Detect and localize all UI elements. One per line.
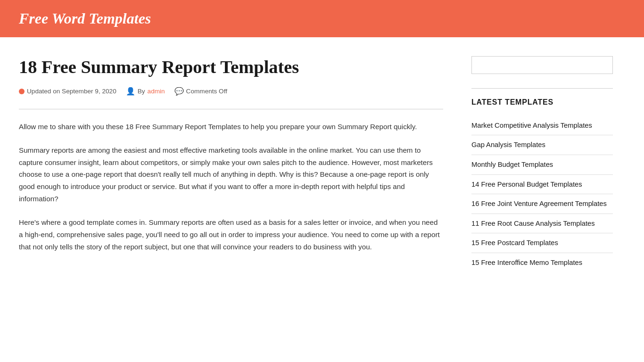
post-meta: Updated on September 9, 2020 👤 By admin … — [19, 85, 443, 98]
sidebar-link-3[interactable]: 14 Free Personal Budget Templates — [471, 175, 613, 195]
sidebar-link-4[interactable]: 16 Free Joint Venture Agreement Template… — [471, 194, 613, 214]
latest-templates-section: LATEST TEMPLATES Market Competitive Anal… — [471, 88, 613, 272]
paragraph-3: Here's where a good template comes in. S… — [19, 216, 443, 253]
sidebar-link-1[interactable]: Gap Analysis Templates — [471, 135, 613, 155]
person-icon: 👤 — [126, 85, 135, 98]
comments-label: Comments Off — [186, 86, 227, 97]
sidebar: LATEST TEMPLATES Market Competitive Anal… — [471, 56, 613, 272]
meta-date: Updated on September 9, 2020 — [19, 86, 116, 97]
sidebar-link-2[interactable]: Monthly Budget Templates — [471, 155, 613, 175]
meta-author: 👤 By admin — [126, 85, 165, 98]
sidebar-link-6[interactable]: 15 Free Postcard Templates — [471, 233, 613, 253]
sidebar-link-0[interactable]: Market Competitive Analysis Templates — [471, 116, 613, 136]
paragraph-2: Summary reports are among the easiest an… — [19, 144, 443, 205]
circle-icon — [19, 89, 25, 94]
comment-icon: 💬 — [174, 85, 184, 98]
author-link[interactable]: admin — [148, 86, 165, 97]
sidebar-section-title: LATEST TEMPLATES — [471, 96, 613, 108]
paragraph-1: Allow me to share with you these 18 Free… — [19, 121, 443, 133]
post-title: 18 Free Summary Report Templates — [19, 56, 443, 78]
post-divider — [19, 109, 443, 109]
post-body: Allow me to share with you these 18 Free… — [19, 121, 443, 253]
search-input[interactable] — [471, 56, 613, 74]
site-header: Free Word Templates — [0, 0, 644, 37]
sidebar-link-5[interactable]: 11 Free Root Cause Analysis Templates — [471, 214, 613, 234]
meta-comments: 💬 Comments Off — [174, 85, 227, 98]
site-title[interactable]: Free Word Templates — [19, 10, 151, 27]
main-content: 18 Free Summary Report Templates Updated… — [19, 56, 443, 272]
post-date: Updated on September 9, 2020 — [27, 86, 116, 97]
author-prefix: By — [138, 86, 145, 97]
sidebar-link-7[interactable]: 15 Free Interoffice Memo Templates — [471, 253, 613, 272]
